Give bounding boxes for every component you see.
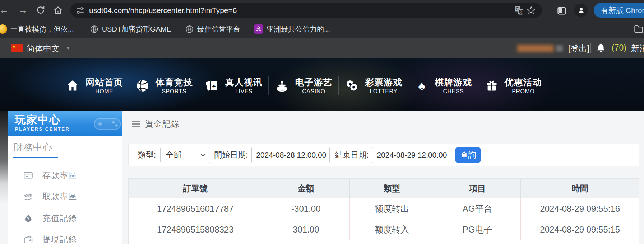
table-row: 1724896516017787 -301.00 额度转出 AG平台 2024-… (129, 198, 639, 219)
bookmarks-bar: 一直被模仿，但依... USDT加密货币GAME 最佳信誉平台 亚洲最具公信力的… (0, 20, 644, 38)
nav-item-promo[interactable]: 优惠活动PROMO (478, 77, 548, 95)
nav-item-sports[interactable]: 体育竞技SPORTS (129, 77, 198, 95)
site-top-bar: ★ 简体中文 ▼ [登出] (70) 新消息 (0, 38, 644, 58)
cell-order-no: 1724896515808323 (129, 219, 262, 240)
wallet-icon (23, 235, 33, 244)
type-select[interactable]: 全部 (160, 147, 210, 163)
back-icon: ← (0, 5, 9, 15)
folder-icon (634, 24, 644, 34)
money-bag-icon: ¥ (23, 214, 33, 223)
nav-label-zh: 体育竞技 (156, 77, 193, 88)
bookmark-item[interactable]: 一直被模仿，但依... (0, 24, 74, 34)
flower-icon (254, 24, 263, 34)
main-navigation: 网站首页HOME 体育竞技SPORTS ♣ 真人视讯LIVES 电子游艺CASI… (0, 58, 644, 111)
address-bar[interactable]: usdt04.com/hhcp/usercenter.html?iniType=… (70, 3, 542, 18)
sports-ball-icon (135, 78, 150, 93)
browser-toolbar: ← → usdt04.com/hhcp/usercenter.html?iniT… (0, 0, 644, 20)
filter-panel: 類型: 全部 開始日期: 2024-08-28 12:00:00 結束日期: 2… (128, 144, 639, 166)
sidebar-item-label: 存款專區 (42, 170, 77, 181)
spade-icon: ♠ (414, 78, 429, 93)
cell-item: PG电子 (434, 219, 521, 240)
sidebar: 玩家中心 PLAYERS CENTER 財務中心 存款專區 取款專區 (8, 111, 122, 244)
nav-item-home[interactable]: 网站首页HOME (59, 77, 129, 95)
side-panel-icon (557, 6, 567, 16)
svg-text:¥: ¥ (27, 217, 29, 221)
home-button[interactable] (51, 3, 65, 17)
bank-card-icon (23, 170, 33, 180)
svg-text:♣: ♣ (212, 83, 216, 89)
nav-label-zh: 网站首页 (85, 77, 123, 88)
back-button[interactable]: ← (0, 3, 11, 17)
globe-icon (185, 25, 194, 34)
bookmark-item[interactable]: 最佳信誉平台 (185, 24, 240, 34)
sidebar-item-recharge-records[interactable]: ¥ 充值記錄 (23, 212, 117, 225)
svg-text:文: 文 (519, 10, 522, 14)
end-date-input[interactable]: 2024-08-29 12:00:00 (372, 147, 450, 163)
gift-icon (484, 78, 499, 93)
players-center-subtitle: PLAYERS CENTER (15, 126, 70, 132)
profile-avatar[interactable] (574, 4, 588, 17)
page-content: 玩家中心 PLAYERS CENTER 財務中心 存款專區 取款專區 (0, 111, 644, 244)
message-label[interactable]: 新消息 (631, 43, 644, 54)
cell-amount: 301.00 (262, 219, 349, 240)
language-selector[interactable]: 简体中文 (27, 43, 60, 54)
logout-link[interactable]: [登出] (568, 43, 589, 54)
nav-item-lottery[interactable]: 彩票游戏LOTTERY (339, 77, 408, 95)
url-text[interactable]: usdt04.com/hhcp/usercenter.html?iniType=… (89, 6, 237, 15)
nav-item-casino[interactable]: 电子游艺CASINO (269, 77, 338, 95)
sidebar-item-label: 取款專區 (42, 191, 77, 202)
search-button[interactable]: 查詢 (455, 147, 481, 163)
players-center-banner: 玩家中心 PLAYERS CENTER (8, 111, 122, 136)
cell-time: 2024-08-29 09:55:16 (520, 198, 639, 219)
roulette-icon (274, 78, 289, 93)
page-background-strip (0, 111, 8, 244)
sidebar-item-withdraw[interactable]: 取款專區 (23, 190, 117, 203)
table-row: 1724896515808323 301.00 额度转入 PG电子 2024-0… (129, 219, 639, 240)
sidebar-item-deposit[interactable]: 存款專區 (23, 169, 117, 182)
message-count[interactable]: (70) (612, 43, 626, 53)
nav-label-en: HOME (95, 88, 113, 95)
reload-icon (36, 5, 45, 15)
bookmark-item[interactable]: USDT加密货币GAME (90, 24, 171, 34)
page-title: 資金記錄 (145, 118, 180, 130)
bookmark-label: 亚洲最具公信力的... (267, 24, 330, 34)
menu-icon (132, 121, 140, 127)
type-filter-label: 類型: (138, 150, 156, 160)
nav-label-en: SPORTS (162, 88, 186, 95)
translate-button[interactable]: G 文 (513, 4, 525, 17)
side-panel-button[interactable] (555, 4, 569, 18)
bookmark-star-button[interactable] (525, 4, 537, 17)
lottery-balls-icon (344, 78, 360, 93)
site-info-icon[interactable] (75, 6, 85, 15)
nav-item-chess[interactable]: ♠ 棋牌游戏CHESS (408, 77, 478, 95)
nav-label-en: LOTTERY (370, 88, 397, 95)
divider (590, 43, 591, 53)
bookmark-label: USDT加密货币GAME (102, 24, 171, 34)
translate-icon: G 文 (514, 5, 524, 15)
sidebar-section-title: 財務中心 (14, 141, 52, 154)
china-flag-icon: ★ (11, 44, 23, 52)
chevron-down-icon[interactable]: ▼ (65, 45, 71, 51)
sidebar-item-label: 充值記錄 (42, 213, 77, 224)
nav-label-zh: 棋牌游戏 (435, 77, 472, 88)
reload-button[interactable] (34, 3, 47, 17)
forward-button[interactable]: → (16, 3, 29, 17)
funds-records-table: 訂單號 金額 類型 項目 時間 1724896516017787 -301.00… (128, 178, 639, 244)
chrome-update-button[interactable]: 有新版 Chrome (594, 3, 644, 18)
nav-item-lives[interactable]: ♣ 真人视讯LIVES (199, 77, 268, 95)
section-underline (13, 157, 58, 158)
coin-icon (0, 24, 7, 34)
column-header-time: 時間 (520, 179, 639, 198)
all-bookmarks-folder-button[interactable] (634, 24, 644, 36)
chevron-down-icon (200, 152, 206, 158)
notifications-button[interactable] (596, 43, 607, 54)
bookmark-item[interactable]: 亚洲最具公信力的... (254, 24, 330, 34)
start-date-input[interactable]: 2024-08-28 12:00:00 (251, 147, 330, 163)
forward-icon: → (18, 5, 28, 15)
nav-label-zh: 优惠活动 (505, 77, 542, 88)
sidebar-item-withdrawal-records[interactable]: 提現記錄 (23, 233, 117, 244)
nav-label-en: PROMO (512, 88, 534, 95)
playing-cards-icon: ♣ (205, 78, 220, 93)
redacted-dot (556, 45, 563, 52)
column-header-order-no: 訂單號 (129, 179, 262, 198)
